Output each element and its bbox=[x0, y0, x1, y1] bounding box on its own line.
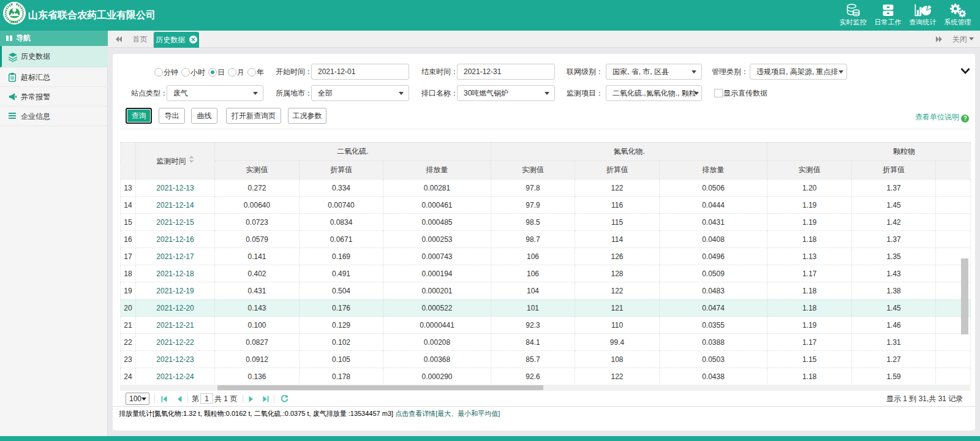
svg-text:MEE: MEE bbox=[10, 20, 18, 24]
